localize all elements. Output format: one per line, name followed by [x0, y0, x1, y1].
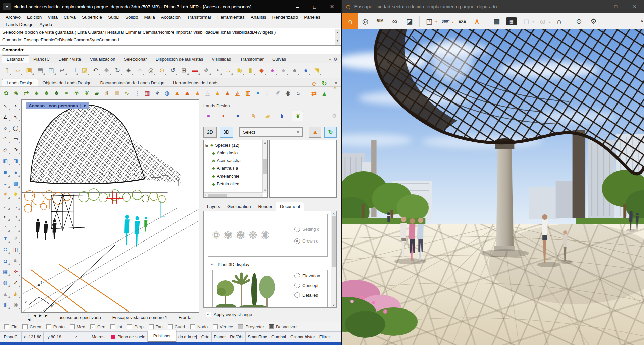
- cone-icon[interactable]: ▲: [1, 288, 10, 299]
- viewport-tab[interactable]: Enscape vista con nombre 1: [107, 314, 173, 321]
- scroll-left-icon[interactable]: ‹: [205, 193, 206, 197]
- chevron-down-icon[interactable]: ∨: [531, 13, 535, 29]
- menu-item[interactable]: Vista: [45, 14, 61, 20]
- command-prompt[interactable]: Comando:: [0, 46, 341, 54]
- new-file-icon[interactable]: ▯: [2, 65, 12, 76]
- pyramid-icon[interactable]: ◭: [11, 288, 21, 299]
- boolean-union-icon[interactable]: ◐: [1, 211, 10, 222]
- wireframe-viewport[interactable]: Acceso - con personas ▼: [21, 99, 199, 313]
- color-wheel-icon[interactable]: ●: [203, 111, 214, 121]
- osnap-toggle[interactable]: Cerca: [22, 324, 41, 329]
- surface-patch-icon[interactable]: ▨: [11, 178, 21, 189]
- earth-icon[interactable]: ◍: [163, 88, 172, 98]
- boolean-diff-icon[interactable]: ◑: [11, 211, 21, 222]
- terrain-mound-icon[interactable]: ▲: [213, 88, 222, 98]
- collapse-toolbar-button[interactable]: ∧: [470, 13, 484, 29]
- vr-button[interactable]: ∩: [552, 13, 567, 29]
- radio-icon[interactable]: [294, 283, 300, 288]
- cplane-icon[interactable]: ❖: [201, 65, 211, 76]
- scrollbar-thumb[interactable]: [208, 194, 227, 197]
- osnap-toggle[interactable]: Proyectar: [238, 324, 264, 329]
- menu-item[interactable]: Sólido: [122, 14, 141, 20]
- toolbar-tab[interactable]: Visibilidad: [207, 56, 235, 63]
- toolbar-tab[interactable]: Definir vista: [54, 56, 86, 63]
- osnap-toggle[interactable]: Desactivar: [269, 324, 297, 329]
- drape-icon[interactable]: ≋: [11, 255, 21, 266]
- viewport-tab[interactable]: Frontal: [173, 314, 198, 321]
- checkbox-icon[interactable]: [238, 324, 243, 329]
- status-cell[interactable]: Filtrar: [317, 332, 332, 342]
- viewport-nav-arrow-icon[interactable]: ▶: [39, 313, 42, 321]
- menu-item[interactable]: Paneles: [301, 14, 323, 20]
- plugin-overflow-icon[interactable]: »: [334, 85, 337, 90]
- split-icon[interactable]: ◟: [11, 200, 21, 211]
- point-icon[interactable]: ∘: [11, 100, 21, 111]
- status-cell[interactable]: RefObj: [228, 332, 246, 342]
- osnap-toggle[interactable]: Cen: [90, 324, 105, 329]
- document-scrollbar[interactable]: ∧ ∨: [331, 211, 336, 307]
- menu-item[interactable]: Acotación: [158, 14, 184, 20]
- viewport-nav-arrow-icon[interactable]: ▶|: [45, 313, 48, 321]
- undo-icon[interactable]: ↶: [90, 65, 101, 76]
- paste-icon[interactable]: ▨: [79, 65, 90, 76]
- placemark-button[interactable]: ◎: [358, 13, 373, 29]
- osnap-toggle[interactable]: Med: [70, 324, 85, 329]
- cut-icon[interactable]: ✂: [57, 65, 67, 76]
- maximize-button[interactable]: □: [306, 0, 323, 13]
- menu-item[interactable]: SubD: [105, 14, 122, 20]
- help-icon[interactable]: ?: [277, 111, 287, 121]
- view-2d-button[interactable]: 2D: [203, 127, 217, 138]
- tabs-overflow-icon[interactable]: »: [335, 80, 337, 85]
- osnap-toggle[interactable]: Int: [110, 324, 122, 329]
- color-wheel-icon[interactable]: ●: [267, 65, 278, 76]
- settings-button[interactable]: ⚙: [586, 13, 601, 29]
- terrain-divide-icon[interactable]: ◭: [233, 88, 242, 98]
- plant-pick-icon[interactable]: ✿: [2, 88, 11, 98]
- lands-tab[interactable]: Lands Design: [2, 79, 38, 86]
- open-file-icon[interactable]: ▱: [13, 65, 23, 76]
- trim-icon[interactable]: ◞: [1, 200, 10, 211]
- checkbox-icon[interactable]: [127, 324, 132, 329]
- export-icon[interactable]: ◳: [46, 65, 56, 76]
- circle-icon[interactable]: ○: [1, 123, 10, 133]
- truck-icon[interactable]: ▥: [243, 88, 252, 98]
- tree-pair-icon[interactable]: ♣: [42, 88, 51, 98]
- radio-icon[interactable]: [294, 292, 300, 298]
- scale-icon[interactable]: ⇗: [11, 233, 21, 244]
- shade-objects-icon[interactable]: ◍: [1, 277, 10, 288]
- plant-schedule-icon[interactable]: ▦: [143, 88, 152, 98]
- document-tab[interactable]: Render: [254, 202, 276, 211]
- properties-icon[interactable]: ◖: [218, 111, 228, 121]
- menu-item[interactable]: Curva: [61, 14, 79, 20]
- shaded-view-icon[interactable]: ◆: [256, 65, 267, 76]
- menu-item[interactable]: Archivo: [3, 14, 24, 20]
- undo-view-icon[interactable]: ↺: [168, 65, 178, 76]
- scroll-down-icon[interactable]: ▼: [335, 37, 340, 45]
- checkbox-icon[interactable]: [22, 324, 28, 329]
- osnap-toggle[interactable]: Punto: [46, 324, 65, 329]
- maximize-button[interactable]: □: [606, 0, 625, 13]
- status-cell[interactable]: Metros: [87, 332, 109, 342]
- orient-icon[interactable]: ◫: [11, 244, 21, 255]
- status-cell[interactable]: PlanoC: [0, 332, 22, 342]
- rectangle-icon[interactable]: ▭: [11, 134, 21, 144]
- scroll-up-icon[interactable]: ▲: [335, 29, 340, 37]
- plant-group-icon[interactable]: ❀: [12, 88, 21, 98]
- render-panel-icon[interactable]: ●: [233, 111, 243, 121]
- species-item[interactable]: ♣ Amelanchie: [205, 172, 262, 180]
- polygon-icon[interactable]: ◇: [1, 145, 10, 155]
- rotate-view-icon[interactable]: ↻: [112, 65, 123, 76]
- status-cell[interactable]: y 80.18: [44, 332, 65, 342]
- scroll-up-icon[interactable]: ∧: [264, 141, 266, 144]
- species-item[interactable]: ♣ Acer saccha: [205, 157, 262, 164]
- stairs-icon[interactable]: ≣: [112, 88, 121, 98]
- render-sphere-blue-icon[interactable]: ●: [301, 65, 311, 76]
- checkbox-icon[interactable]: [168, 324, 173, 329]
- light-icon[interactable]: ◉: [234, 65, 245, 76]
- menu-item[interactable]: Análisis: [248, 14, 269, 20]
- status-cell[interactable]: Orto: [199, 332, 212, 342]
- scroll-up-icon[interactable]: ∧: [332, 212, 335, 215]
- live-sync-icon[interactable]: ↻: [319, 79, 329, 88]
- checkbox-icon[interactable]: [190, 324, 195, 329]
- toolbar-tab[interactable]: Seleccionar: [120, 56, 151, 63]
